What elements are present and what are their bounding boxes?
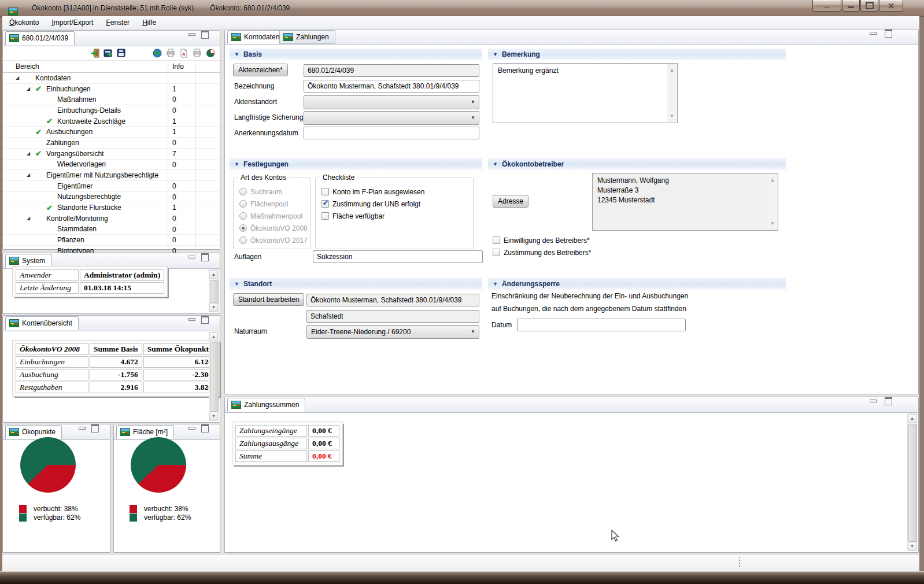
tree-row[interactable]: ◢Eigentümer mit Nutzungsberechtigte [3,170,220,181]
print-icon[interactable] [165,48,176,58]
tree-row[interactable]: Pflanzen0 [3,235,220,246]
tab-flaeche[interactable]: Fläche [m²] [116,425,174,439]
tree-row[interactable]: Eigentümer0 [3,181,220,192]
column-divider[interactable] [195,61,195,72]
memo-scrollbar[interactable]: ▲▼ [667,64,677,122]
panel-minimize-button[interactable] [189,427,195,430]
column-divider[interactable] [168,61,168,72]
scroll-thumb[interactable] [210,280,219,303]
checkbox-option[interactable]: Einwilligung des Betreibers* [493,234,591,246]
pdf-export-icon[interactable]: A [178,48,190,58]
export-icon[interactable] [102,48,114,58]
anerkennung-field[interactable] [304,127,479,139]
standort-bearbeiten-button[interactable]: Standort bearbeiten [233,293,304,306]
section-bemerkung[interactable]: ▼Bemerkung [488,48,786,60]
pie-chart-icon[interactable] [205,48,216,58]
tab-zahlungen[interactable]: Zahlungen [279,30,335,44]
menu-import-export[interactable]: Import/Export [46,17,99,28]
tree-row[interactable]: Einbuchungs-Details0 [3,105,220,116]
naturraum-combo[interactable]: Eider-Treene-Niederung / 69200 [306,325,479,339]
zahlungen-scrollbar[interactable]: ▲ ▼ [907,413,917,551]
checkbox-option[interactable]: Fläche verfügbar [321,210,473,222]
tree-row[interactable]: ◢Kontodaten [3,73,220,84]
section-festlegungen[interactable]: ▼Festlegungen [230,158,482,170]
section-basis[interactable]: ▼Basis [230,48,482,60]
tree-row[interactable]: ◢Kontrolle/Monitoring0 [3,213,220,224]
scroll-down-icon[interactable]: ▼ [209,303,218,312]
bezeichnung-field[interactable]: Ökokonto Musterman, Schafstedt 380.01/9/… [304,80,479,93]
section-standort[interactable]: ▼Standort [230,278,482,290]
checkbox-option[interactable]: Konto im F-Plan ausgewiesen [321,186,473,198]
sicherung-combo[interactable] [304,111,479,125]
radio-option[interactable]: Flächenpool [239,198,310,210]
tab-zahlungssummen[interactable]: Zahlungssummen [227,398,305,412]
tree-expanded-icon[interactable]: ◢ [16,76,24,80]
tree-expanded-icon[interactable]: ◢ [27,87,35,91]
tree-expanded-icon[interactable]: ◢ [27,216,35,221]
panel-minimize-button[interactable] [189,33,195,36]
globe-icon[interactable] [151,48,163,58]
tree-expanded-icon[interactable]: ◢ [27,151,35,156]
memo-scrollbar[interactable]: ▲▼ [768,174,777,230]
column-header-bereich[interactable]: Bereich [16,62,39,71]
menu-hilfe[interactable]: Hilfe [136,17,162,28]
aktenstandort-combo[interactable] [304,95,479,109]
tree-row[interactable]: Maßnahmen0 [3,94,220,105]
panel-maximize-button[interactable] [201,316,209,324]
tree-row[interactable]: Wiedervorlagen0 [3,160,220,171]
tree-row[interactable]: ◢✔Einbuchungen1 [3,84,220,95]
radio-option[interactable]: ÖkokontoVO 2017 [239,234,310,246]
panel-minimize-button[interactable] [79,427,86,430]
tab-oekopunkte[interactable]: Ökopunkte [5,425,62,439]
panel-maximize-button[interactable] [885,29,892,38]
scroll-up-icon[interactable]: ▲ [209,332,218,341]
scroll-up-icon[interactable]: ▲ [209,270,218,279]
radio-option[interactable]: Maßnahmenpool [239,210,310,222]
window-swap-button[interactable]: ↔ [812,0,841,12]
tree-row[interactable]: ✔Ausbuchungen1 [3,127,220,138]
konten-scrollbar[interactable]: ▲ ▼ [209,332,219,421]
panel-minimize-button[interactable] [189,318,195,321]
tab-kontenuebersicht[interactable]: Kontenübersicht [5,316,79,330]
tree-row[interactable]: ✔Standorte Flurstücke1 [3,202,220,213]
tab-account[interactable]: 680.01/2/4/039 [5,31,75,45]
scroll-down-icon[interactable]: ▼ [908,542,916,550]
menu-oekokonto[interactable]: Ökokonto [3,17,45,28]
panel-maximize-button[interactable] [201,424,209,433]
panel-maximize-button[interactable] [885,397,892,405]
section-oekokontobetreiber[interactable]: ▼Ökokontobetreiber [488,158,786,170]
panel-maximize-button[interactable] [201,31,209,39]
save-icon[interactable] [116,48,127,58]
exit-door-icon[interactable] [89,48,101,58]
scroll-down-icon[interactable]: ▼ [209,412,218,420]
tree-row[interactable]: Stammdaten0 [3,224,220,235]
window-maximize-button[interactable] [860,0,878,12]
datum-field[interactable] [517,319,686,331]
tree-row[interactable]: Nutzungsberechtigte0 [3,192,220,203]
section-aenderungssperre[interactable]: ▼Änderungssperre [488,278,786,290]
radio-option[interactable]: Suchraum [239,186,310,198]
panel-maximize-button[interactable] [91,424,99,433]
auflagen-field[interactable]: Sukzession [313,250,483,263]
panel-maximize-button[interactable] [201,253,209,261]
panel-minimize-button[interactable] [870,32,877,35]
tree-row[interactable]: ◢✔Vorgangsübersicht7 [3,149,220,160]
system-scrollbar[interactable]: ▲ ▼ [209,269,219,312]
menu-fenster[interactable]: Fenster [100,17,135,28]
drag-handle-icon[interactable] [739,557,740,567]
panel-minimize-button[interactable] [870,400,877,402]
scroll-thumb[interactable] [908,424,917,542]
tree-row[interactable]: ✔Kontoweite Zuschläge1 [3,116,220,127]
scroll-up-icon[interactable]: ▲ [908,414,916,423]
radio-option[interactable]: ÖkokontoVO 2008 [239,222,310,234]
tree-expanded-icon[interactable]: ◢ [27,173,35,178]
print-preview-icon[interactable] [191,48,203,58]
tab-kontodaten[interactable]: Kontodaten [227,30,286,44]
window-close-button[interactable]: ✕ [879,0,903,12]
checkbox-option[interactable]: Zustimmung des Betreibers* [493,246,591,258]
scroll-thumb[interactable] [210,342,219,412]
adresse-button[interactable]: Adresse [493,195,528,208]
column-header-info[interactable]: Info [172,62,184,71]
tree-row[interactable]: Zahlungen0 [3,138,220,149]
bemerkung-textarea[interactable]: Bemerkung ergänzt▲▼ [493,63,678,123]
